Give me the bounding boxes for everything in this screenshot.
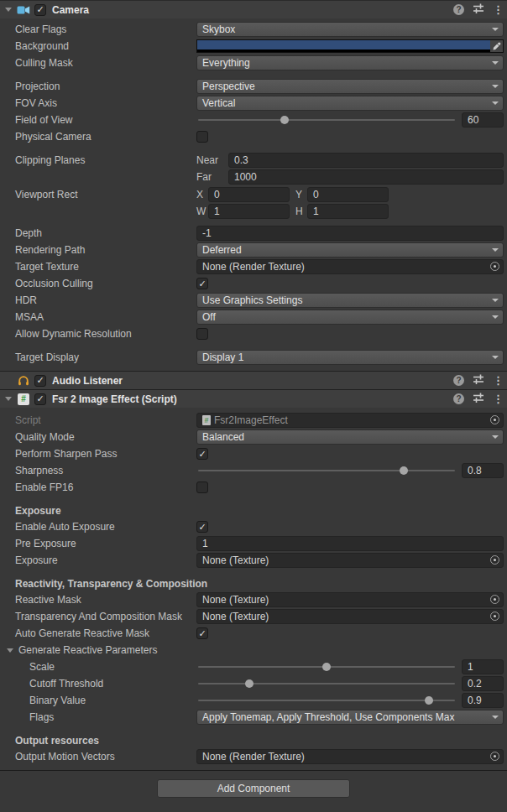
slider-thumb[interactable] bbox=[245, 679, 254, 688]
presets-icon[interactable] bbox=[473, 392, 484, 406]
unity-inspector: ✓ Camera ? ⋮ Clear Flags Skybox Backgrou… bbox=[0, 0, 507, 812]
quality-mode-dropdown[interactable]: Balanced bbox=[196, 429, 504, 445]
culling-mask-row: Culling Mask Everything bbox=[0, 55, 507, 71]
slider-track[interactable] bbox=[198, 119, 455, 121]
depth-input[interactable]: -1 bbox=[196, 226, 504, 241]
cutoff-threshold-input[interactable]: 0.2 bbox=[462, 676, 504, 691]
more-menu-icon[interactable]: ⋮ bbox=[493, 4, 499, 15]
scale-slider[interactable] bbox=[198, 659, 455, 674]
object-picker-icon[interactable] bbox=[490, 595, 499, 604]
near-input[interactable]: 0.3 bbox=[228, 153, 504, 168]
sharpness-input[interactable]: 0.8 bbox=[462, 463, 504, 478]
exposure-label: Exposure bbox=[0, 554, 196, 566]
pre-exposure-input[interactable]: 1 bbox=[196, 536, 504, 551]
hdr-dropdown[interactable]: Use Graphics Settings bbox=[196, 293, 504, 308]
slider-thumb[interactable] bbox=[425, 696, 433, 705]
target-texture-object-field[interactable]: None (Render Texture) bbox=[196, 259, 504, 274]
scale-label: Scale bbox=[0, 661, 196, 673]
camera-enabled-checkbox[interactable]: ✓ bbox=[34, 4, 46, 16]
binary-value-input[interactable]: 0.9 bbox=[462, 693, 504, 708]
perform-sharpen-pass-checkbox[interactable]: ✓ bbox=[196, 448, 208, 460]
sharpness-slider[interactable] bbox=[198, 463, 455, 478]
enable-fp16-checkbox[interactable] bbox=[196, 481, 208, 493]
auto-generate-reactive-mask-checkbox[interactable]: ✓ bbox=[196, 627, 208, 639]
viewport-w-input[interactable]: 1 bbox=[208, 204, 290, 219]
background-row: Background bbox=[0, 38, 507, 55]
slider-thumb[interactable] bbox=[280, 116, 289, 124]
w-label: W bbox=[196, 206, 208, 217]
slider-track[interactable] bbox=[198, 700, 455, 701]
allow-dynamic-resolution-checkbox[interactable] bbox=[196, 328, 208, 340]
camera-foldout[interactable] bbox=[0, 8, 16, 12]
eyedropper-button[interactable] bbox=[490, 39, 504, 53]
target-display-dropdown[interactable]: Display 1 bbox=[196, 350, 504, 365]
fov-axis-label: FOV Axis bbox=[0, 97, 196, 109]
slider-thumb[interactable] bbox=[322, 663, 331, 671]
presets-icon[interactable] bbox=[473, 373, 484, 388]
more-menu-icon[interactable]: ⋮ bbox=[493, 393, 499, 404]
slider-thumb[interactable] bbox=[400, 466, 408, 475]
field-of-view-slider[interactable] bbox=[198, 112, 455, 128]
viewport-rect-xy-row: Viewport Rect X 0 Y 0 bbox=[0, 186, 507, 203]
slider-track[interactable] bbox=[198, 683, 455, 684]
camera-header-buttons: ? ⋮ bbox=[453, 3, 499, 17]
field-of-view-input[interactable]: 60 bbox=[462, 112, 504, 128]
scale-input[interactable]: 1 bbox=[462, 659, 504, 674]
target-display-label: Target Display bbox=[0, 351, 196, 363]
clear-flags-dropdown[interactable]: Skybox bbox=[196, 22, 504, 37]
object-picker-icon[interactable] bbox=[490, 612, 499, 621]
add-component-button[interactable]: Add Component bbox=[157, 779, 350, 798]
fov-axis-dropdown[interactable]: Vertical bbox=[196, 96, 504, 111]
help-icon[interactable]: ? bbox=[453, 393, 464, 404]
presets-icon[interactable] bbox=[473, 3, 484, 17]
culling-mask-value: Everything bbox=[202, 57, 250, 69]
output-motion-vectors-object-field[interactable]: None (Render Texture) bbox=[196, 749, 504, 764]
reactive-mask-object-field[interactable]: None (Texture) bbox=[196, 592, 504, 607]
object-picker-icon[interactable] bbox=[490, 415, 499, 424]
background-color-swatch[interactable] bbox=[196, 39, 490, 53]
output-motion-vectors-label: Output Motion Vectors bbox=[0, 751, 196, 763]
culling-mask-dropdown[interactable]: Everything bbox=[196, 55, 504, 70]
binary-value-slider[interactable] bbox=[198, 693, 455, 708]
object-picker-icon[interactable] bbox=[490, 752, 499, 761]
occlusion-culling-checkbox[interactable]: ✓ bbox=[196, 278, 208, 289]
inspector-footer: Add Component bbox=[0, 770, 507, 812]
generate-reactive-parameters-row: Generate Reactive Parameters bbox=[0, 642, 507, 658]
viewport-y-input[interactable]: 0 bbox=[307, 187, 389, 202]
headphones-icon bbox=[16, 374, 31, 388]
help-icon[interactable]: ? bbox=[453, 375, 464, 386]
foldout-open-icon bbox=[5, 8, 12, 12]
msaa-dropdown[interactable]: Off bbox=[196, 310, 504, 325]
projection-dropdown[interactable]: Perspective bbox=[196, 79, 504, 94]
slider-track[interactable] bbox=[198, 470, 455, 471]
near-label: Near bbox=[196, 154, 228, 166]
script-object-field: # Fsr2ImageEffect bbox=[196, 413, 504, 428]
binary-value-label: Binary Value bbox=[0, 695, 196, 706]
generate-reactive-parameters-label: Generate Reactive Parameters bbox=[18, 644, 157, 656]
audio-listener-enabled-checkbox[interactable]: ✓ bbox=[34, 375, 46, 387]
projection-value: Perspective bbox=[202, 81, 255, 92]
enable-auto-exposure-checkbox[interactable]: ✓ bbox=[196, 521, 208, 533]
object-picker-icon[interactable] bbox=[490, 262, 499, 271]
generate-reactive-parameters-foldout[interactable]: Generate Reactive Parameters bbox=[0, 644, 196, 656]
help-icon[interactable]: ? bbox=[453, 4, 464, 15]
exposure-object-field[interactable]: None (Texture) bbox=[196, 553, 504, 568]
viewport-x-input[interactable]: 0 bbox=[208, 187, 290, 202]
fsr2-component-header: # ✓ Fsr 2 Image Effect (Script) ? ⋮ bbox=[0, 389, 507, 408]
more-menu-icon[interactable]: ⋮ bbox=[493, 375, 499, 386]
perform-sharpen-pass-label: Perform Sharpen Pass bbox=[0, 448, 196, 460]
far-input[interactable]: 1000 bbox=[228, 169, 504, 185]
cutoff-threshold-slider[interactable] bbox=[198, 676, 455, 691]
fsr2-enabled-checkbox[interactable]: ✓ bbox=[34, 393, 46, 405]
enable-auto-exposure-row: Enable Auto Exposure ✓ bbox=[0, 518, 507, 535]
clipping-planes-near-row: Clipping Planes Near 0.3 bbox=[0, 152, 507, 169]
target-texture-label: Target Texture bbox=[0, 261, 196, 273]
flags-dropdown[interactable]: Apply Tonemap, Apply Threshold, Use Comp… bbox=[196, 710, 504, 725]
rendering-path-dropdown[interactable]: Deferred bbox=[196, 242, 504, 258]
transparency-and-composition-mask-object-field[interactable]: None (Texture) bbox=[196, 609, 504, 624]
exposure-value: None (Texture) bbox=[202, 554, 269, 566]
object-picker-icon[interactable] bbox=[490, 555, 499, 565]
viewport-h-input[interactable]: 1 bbox=[307, 204, 389, 219]
physical-camera-checkbox[interactable] bbox=[196, 131, 208, 143]
fsr2-foldout[interactable] bbox=[0, 397, 16, 401]
